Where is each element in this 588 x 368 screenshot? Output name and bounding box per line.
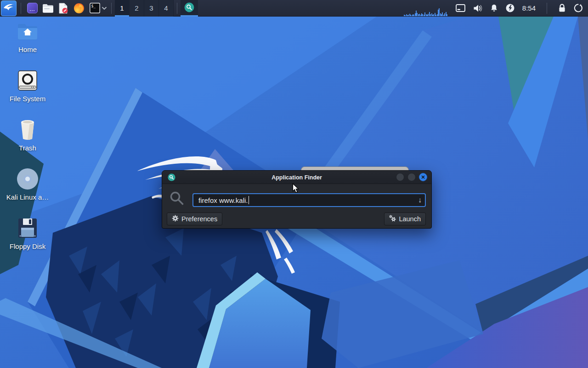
desktop-icon-column: Home File System Trash Kali Linux a… Flo… — [6, 20, 50, 260]
applications-menu-button[interactable] — [1, 0, 17, 16]
optical-disc-icon — [17, 168, 39, 190]
window-controls: ✕ — [396, 173, 427, 181]
launcher-file-manager[interactable] — [41, 0, 54, 16]
dropdown-arrow-icon[interactable]: ↓ — [418, 196, 422, 204]
text-caret — [249, 196, 249, 204]
clock[interactable]: 8:54 — [522, 4, 536, 12]
power-manager-icon[interactable] — [506, 4, 514, 12]
workspace-4[interactable]: 4 — [159, 0, 174, 17]
workspace-1[interactable]: 1 — [115, 0, 130, 17]
panel-separator — [111, 3, 112, 14]
desktop-icon-trash[interactable]: Trash — [6, 119, 50, 161]
cpu-graph[interactable] — [404, 2, 448, 16]
desktop-icon-label: File System — [10, 95, 45, 103]
panel-left-group: $_ 1 2 3 4 — [0, 0, 198, 16]
run-gears-icon — [389, 215, 396, 223]
desktop-icon-label: Kali Linux a… — [6, 193, 49, 201]
top-panel: $_ 1 2 3 4 8:54 — [0, 0, 588, 17]
preferences-button[interactable]: Preferences — [167, 213, 222, 225]
terminal-dropdown-chevron-icon[interactable] — [102, 5, 107, 12]
launcher-purple-app[interactable] — [26, 0, 39, 16]
launch-button-label: Launch — [399, 215, 421, 223]
hard-drive-icon — [17, 69, 39, 92]
desktop-icon-kali-cd[interactable]: Kali Linux a… — [6, 168, 50, 211]
finder-button-row: Preferences Launch — [167, 213, 426, 225]
maximize-button[interactable] — [407, 173, 416, 181]
search-input-value: firefox www.kali. — [198, 196, 248, 204]
search-icon — [170, 191, 185, 208]
close-button[interactable]: ✕ — [419, 173, 427, 181]
desktop: Home File System Trash Kali Linux a… Flo… — [0, 17, 588, 368]
gear-icon — [172, 215, 179, 223]
application-finder-window: Application Finder ✕ firefox www.kali. ↓… — [162, 170, 432, 229]
display-icon[interactable] — [456, 4, 465, 12]
launcher-terminal[interactable]: $_ — [88, 0, 101, 16]
launcher-text-editor[interactable] — [57, 0, 70, 16]
application-finder-icon — [184, 2, 194, 14]
volume-icon[interactable] — [473, 4, 482, 12]
panel-tray-group: 8:54 — [404, 0, 588, 16]
lock-icon[interactable] — [558, 4, 566, 12]
launcher-firefox[interactable] — [73, 0, 85, 16]
desktop-icon-home[interactable]: Home — [6, 20, 50, 63]
panel-separator — [21, 3, 21, 14]
taskbar-application-finder-button[interactable] — [181, 0, 198, 17]
launch-button[interactable]: Launch — [384, 213, 426, 225]
minimize-button[interactable] — [396, 173, 404, 181]
home-folder-icon — [17, 20, 39, 42]
desktop-icon-file-system[interactable]: File System — [6, 69, 50, 112]
panel-separator — [177, 3, 177, 14]
desktop-icon-floppy[interactable]: Floppy Disk — [6, 217, 50, 260]
desktop-icon-label: Floppy Disk — [10, 242, 45, 250]
desktop-icon-label: Trash — [19, 144, 36, 152]
workspace-2[interactable]: 2 — [130, 0, 144, 17]
search-input[interactable]: firefox www.kali. ↓ — [192, 193, 426, 207]
finder-window-title: Application Finder — [162, 171, 431, 184]
panel-separator — [547, 3, 547, 14]
workspace-3[interactable]: 3 — [144, 0, 159, 17]
kali-dragon-icon — [3, 2, 15, 15]
svg-text:$_: $_ — [91, 4, 96, 8]
floppy-disk-icon — [17, 217, 39, 239]
trash-bin-icon — [17, 119, 39, 141]
bell-icon[interactable] — [490, 4, 498, 12]
desktop-icon-label: Home — [18, 46, 37, 53]
logout-icon[interactable] — [574, 4, 582, 12]
mouse-cursor — [292, 183, 300, 196]
finder-titlebar[interactable]: Application Finder ✕ — [162, 171, 431, 184]
preferences-button-label: Preferences — [181, 215, 217, 223]
